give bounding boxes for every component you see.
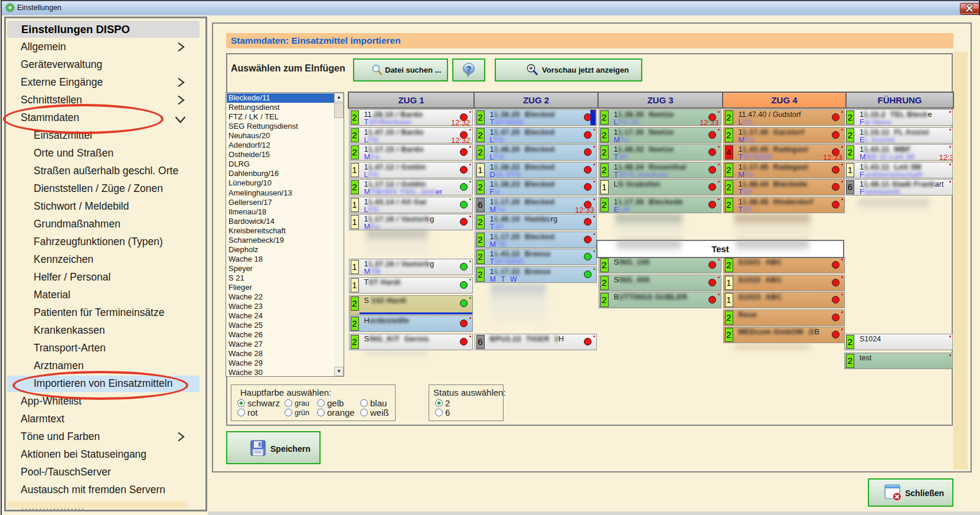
svg-text:?: ? [466, 64, 471, 73]
